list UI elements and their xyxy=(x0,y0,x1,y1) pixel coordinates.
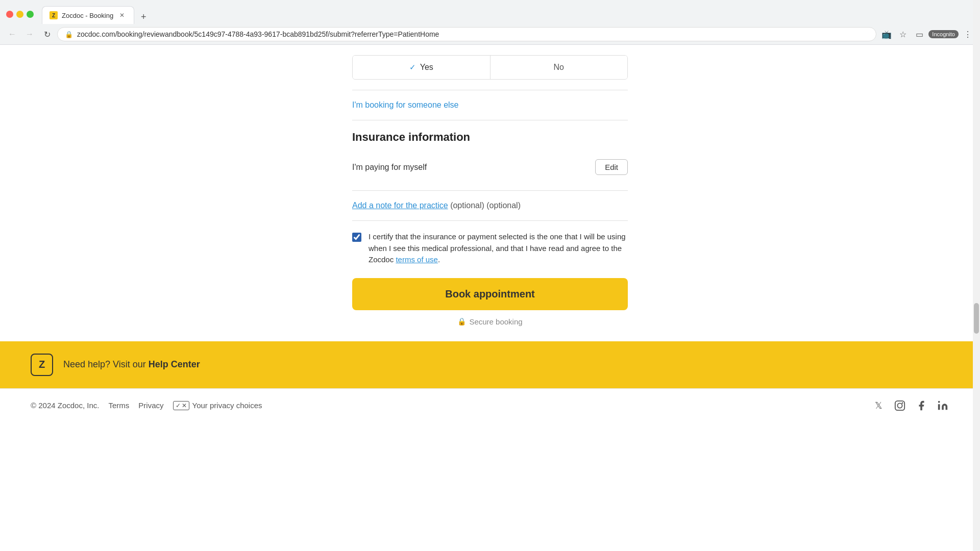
terms-footer-link[interactable]: Terms xyxy=(108,401,129,410)
copyright-text: © 2024 Zocdoc, Inc. xyxy=(31,401,99,410)
certification-checkbox[interactable] xyxy=(352,233,361,242)
instagram-icon[interactable] xyxy=(893,399,906,412)
yes-no-toggle: ✓ Yes No xyxy=(352,55,628,80)
add-note-optional: (optional) xyxy=(450,201,484,210)
privacy-choices-label: Your privacy choices xyxy=(192,401,262,410)
tab-title: Zocdoc - Booking xyxy=(62,12,113,19)
insurance-payment-method: I'm paying for myself xyxy=(352,163,427,172)
booking-for-someone-else-link[interactable]: I'm booking for someone else xyxy=(352,101,628,110)
browser-toolbar: ← → ↻ 🔒 zocdoc.com/booking/reviewandbook… xyxy=(0,24,980,44)
incognito-badge: Incognito xyxy=(928,30,959,38)
x-icon: ✕ xyxy=(182,402,187,409)
help-bar: Z Need help? Visit our Help Center xyxy=(0,341,980,388)
browser-chrome: ✕ − + Z Zocdoc - Booking ✕ + ← → ↻ 🔒 zoc… xyxy=(0,0,980,45)
svg-rect-0 xyxy=(895,400,904,410)
no-option[interactable]: No xyxy=(491,56,628,79)
page-container: ✓ Yes No I'm booking for someone else In… xyxy=(0,55,980,422)
zocdoc-z-letter: Z xyxy=(39,359,45,370)
linkedin-icon[interactable] xyxy=(936,399,949,412)
divider-2 xyxy=(352,120,628,120)
footer-social: 𝕏 xyxy=(872,399,949,412)
help-visit: Visit our xyxy=(113,359,149,369)
divider-3 xyxy=(352,190,628,191)
tab-close-button[interactable]: ✕ xyxy=(117,11,127,20)
book-appointment-button[interactable]: Book appointment xyxy=(352,278,628,310)
footer-bottom: © 2024 Zocdoc, Inc. Terms Privacy ✓ ✕ Yo… xyxy=(0,388,980,422)
tab-favicon: Z xyxy=(50,11,58,19)
certification-text: I certify that the insurance or payment … xyxy=(369,231,628,266)
sidebar-icon[interactable]: ▭ xyxy=(912,27,926,41)
help-text: Need help? Visit our Help Center xyxy=(63,359,200,370)
scrollbar-thumb[interactable] xyxy=(974,303,979,334)
certification-area: I certify that the insurance or payment … xyxy=(352,231,628,266)
content-area: ✓ Yes No I'm booking for someone else In… xyxy=(342,55,638,326)
active-tab[interactable]: Z Zocdoc - Booking ✕ xyxy=(42,6,134,24)
checkmark-icon: ✓ xyxy=(176,402,181,409)
cast-icon[interactable]: 📺 xyxy=(879,27,894,41)
insurance-row: I'm paying for myself Edit xyxy=(352,154,628,180)
toolbar-actions: 📺 ☆ ▭ Incognito ⋮ xyxy=(879,27,975,41)
yes-option[interactable]: ✓ Yes xyxy=(353,56,491,79)
close-window-btn[interactable]: ✕ xyxy=(6,11,13,18)
cert-text-end: . xyxy=(438,255,440,264)
privacy-footer-link[interactable]: Privacy xyxy=(138,401,163,410)
maximize-window-btn[interactable]: + xyxy=(27,11,34,18)
bookmark-icon[interactable]: ☆ xyxy=(896,27,910,41)
check-icon: ✓ xyxy=(409,63,416,72)
footer-left: © 2024 Zocdoc, Inc. Terms Privacy ✓ ✕ Yo… xyxy=(31,401,872,410)
divider-1 xyxy=(352,90,628,90)
twitter-icon[interactable]: 𝕏 xyxy=(872,399,885,412)
insurance-section: Insurance information I'm paying for mys… xyxy=(352,131,628,180)
privacy-choices-icon: ✓ ✕ xyxy=(173,401,189,410)
facebook-icon[interactable] xyxy=(915,399,928,412)
help-prefix: Need help? xyxy=(63,359,110,369)
insurance-section-title: Insurance information xyxy=(352,131,628,144)
forward-button[interactable]: → xyxy=(22,27,37,41)
window-controls: ✕ − + xyxy=(6,11,34,18)
zocdoc-logo-icon: Z xyxy=(31,354,53,376)
minimize-window-btn[interactable]: − xyxy=(16,11,23,18)
svg-rect-3 xyxy=(938,404,940,410)
url-text: zocdoc.com/booking/reviewandbook/5c149c9… xyxy=(77,30,869,38)
browser-titlebar: ✕ − + Z Zocdoc - Booking ✕ + xyxy=(0,0,980,24)
secure-booking-area: 🔒 Secure booking xyxy=(352,317,628,326)
add-note-optional-text: (optional) xyxy=(486,201,521,210)
svg-point-4 xyxy=(938,400,940,403)
svg-point-1 xyxy=(897,403,902,408)
secure-booking-label: Secure booking xyxy=(469,317,522,326)
edit-button[interactable]: Edit xyxy=(595,159,628,175)
new-tab-button[interactable]: + xyxy=(136,10,151,24)
no-label: No xyxy=(554,63,564,72)
address-bar[interactable]: 🔒 zocdoc.com/booking/reviewandbook/5c149… xyxy=(57,27,876,41)
add-note-area: Add a note for the practice (optional) (… xyxy=(352,201,628,210)
privacy-choices[interactable]: ✓ ✕ Your privacy choices xyxy=(173,401,262,410)
refresh-button[interactable]: ↻ xyxy=(40,27,54,41)
scrollbar-track[interactable] xyxy=(973,0,980,422)
svg-point-2 xyxy=(902,402,903,404)
divider-4 xyxy=(352,220,628,221)
tabs-bar: Z Zocdoc - Booking ✕ + xyxy=(38,6,155,24)
secure-lock-icon: 🔒 xyxy=(457,317,466,325)
yes-label: Yes xyxy=(420,63,433,72)
terms-of-use-link[interactable]: terms of use xyxy=(396,255,438,264)
add-note-link[interactable]: Add a note for the practice xyxy=(352,201,448,210)
back-button[interactable]: ← xyxy=(5,27,19,41)
help-center-link[interactable]: Help Center xyxy=(149,359,200,369)
ssl-lock-icon: 🔒 xyxy=(65,31,73,38)
